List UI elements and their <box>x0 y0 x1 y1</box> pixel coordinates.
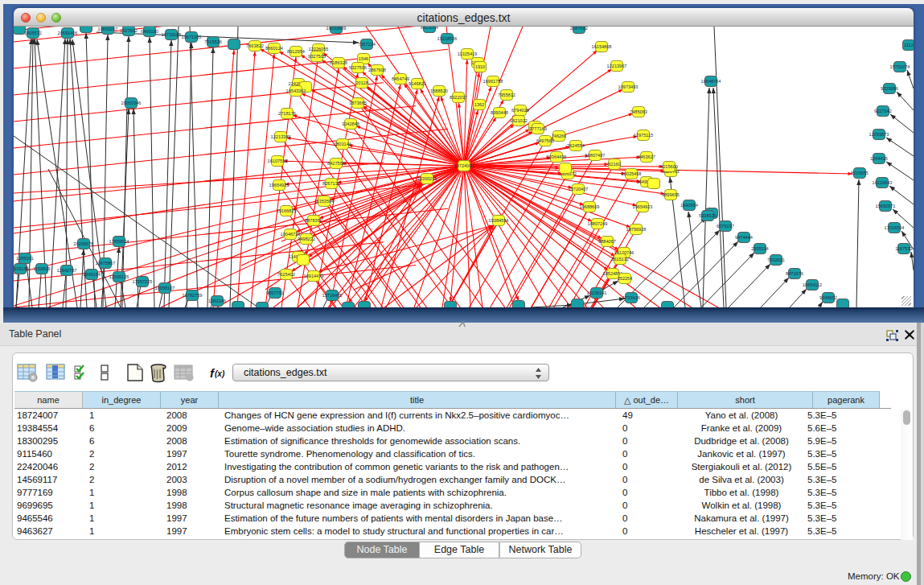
svg-text:6794028: 6794028 <box>511 108 529 113</box>
svg-text:16154808: 16154808 <box>592 44 612 49</box>
svg-text:1588520: 1588520 <box>430 89 448 93</box>
svg-text:(x): (x) <box>215 369 225 378</box>
svg-text:10958107: 10958107 <box>155 286 175 290</box>
svg-text:18724007: 18724007 <box>454 163 474 168</box>
svg-text:16107553: 16107553 <box>268 159 288 163</box>
svg-text:10654112: 10654112 <box>803 282 822 287</box>
svg-text:7357224: 7357224 <box>358 42 376 47</box>
svg-text:6466160: 6466160 <box>141 29 158 34</box>
svg-text:10719185: 10719185 <box>162 32 182 37</box>
svg-text:9227342: 9227342 <box>874 109 892 113</box>
svg-text:8912954: 8912954 <box>287 49 305 54</box>
svg-text:12975115: 12975115 <box>634 133 653 138</box>
svg-text:2803144: 2803144 <box>334 142 351 146</box>
svg-text:12213967: 12213967 <box>607 64 627 68</box>
svg-text:2087682: 2087682 <box>570 27 588 31</box>
svg-text:6579197: 6579197 <box>717 224 734 229</box>
svg-text:16543362: 16543362 <box>286 89 306 93</box>
svg-text:15300215: 15300215 <box>417 176 437 181</box>
svg-text:16782759: 16782759 <box>183 293 203 298</box>
svg-text:9215600: 9215600 <box>660 164 678 169</box>
svg-text:10653267: 10653267 <box>98 27 118 31</box>
svg-text:19654925: 19654925 <box>269 183 290 187</box>
svg-text:252254: 252254 <box>618 276 633 281</box>
svg-text:10807487: 10807487 <box>585 153 606 158</box>
svg-text:17957225: 17957225 <box>133 279 153 284</box>
svg-text:9146821: 9146821 <box>409 81 426 86</box>
svg-text:11325419: 11325419 <box>458 51 477 56</box>
svg-text:5938929: 5938929 <box>699 213 717 218</box>
svg-text:20364436: 20364436 <box>547 154 567 159</box>
svg-text:1733426: 1733426 <box>622 295 640 300</box>
svg-text:1112: 1112 <box>904 43 914 47</box>
svg-text:8267130: 8267130 <box>322 181 340 186</box>
svg-text:62160: 62160 <box>608 162 621 167</box>
svg-text:12505135: 12505135 <box>109 274 129 279</box>
svg-text:3873685: 3873685 <box>349 101 367 105</box>
svg-text:8660124: 8660124 <box>265 46 283 51</box>
svg-text:10975867: 10975867 <box>96 261 116 266</box>
svg-text:9474444: 9474444 <box>735 235 753 240</box>
svg-text:1615132: 1615132 <box>611 257 629 262</box>
svg-text:20206576: 20206576 <box>74 241 94 246</box>
svg-text:16961758: 16961758 <box>483 79 503 84</box>
svg-text:7955812: 7955812 <box>498 93 515 97</box>
svg-text:8215955: 8215955 <box>851 171 869 175</box>
svg-text:2939154: 2939154 <box>14 266 29 271</box>
svg-text:1167533: 1167533 <box>895 246 912 251</box>
svg-text:20691406: 20691406 <box>58 31 78 35</box>
svg-text:1362: 1362 <box>474 102 484 107</box>
svg-text:8990448: 8990448 <box>491 110 508 115</box>
svg-text:19384554: 19384554 <box>489 218 509 223</box>
svg-text:9245652: 9245652 <box>819 295 837 300</box>
svg-text:1244415: 1244415 <box>870 156 888 161</box>
svg-text:8454749: 8454749 <box>392 76 409 81</box>
svg-text:9899695: 9899695 <box>662 192 680 197</box>
svg-text:2718176: 2718176 <box>278 111 296 116</box>
svg-text:9657791: 9657791 <box>266 290 284 295</box>
svg-text:19654923: 19654923 <box>633 204 653 209</box>
svg-text:8186328: 8186328 <box>330 60 347 65</box>
svg-text:20053346: 20053346 <box>121 101 142 105</box>
svg-text:8322037: 8322037 <box>450 95 467 100</box>
svg-text:15751074: 15751074 <box>890 64 910 69</box>
svg-text:20128: 20128 <box>355 80 368 85</box>
svg-text:1092346: 1092346 <box>208 299 226 303</box>
svg-text:2935114: 2935114 <box>751 246 768 251</box>
svg-text:17016504: 17016504 <box>885 225 905 230</box>
svg-text:10973493: 10973493 <box>618 84 639 89</box>
svg-text:9329966: 9329966 <box>881 86 898 91</box>
svg-text:3242848: 3242848 <box>342 122 359 126</box>
svg-text:8471676: 8471676 <box>786 271 803 276</box>
svg-text:7515526: 7515526 <box>204 39 222 44</box>
svg-text:2867608: 2867608 <box>368 68 386 72</box>
svg-text:12093873: 12093873 <box>869 132 889 137</box>
svg-text:1527602: 1527602 <box>120 28 138 33</box>
svg-text:9884067: 9884067 <box>598 239 616 244</box>
svg-text:19166825: 19166825 <box>277 208 297 213</box>
svg-text:15716485: 15716485 <box>322 293 343 298</box>
svg-text:6497568: 6497568 <box>536 138 554 143</box>
svg-text:8813054: 8813054 <box>421 27 438 30</box>
svg-text:19756928: 19756928 <box>626 227 647 232</box>
svg-text:1910: 1910 <box>475 64 485 69</box>
svg-text:1345154: 1345154 <box>83 272 101 277</box>
svg-text:3498222: 3498222 <box>298 237 315 241</box>
svg-text:3624554: 3624554 <box>567 143 585 148</box>
svg-text:10688609: 10688609 <box>580 204 600 209</box>
svg-text:7663822: 7663822 <box>246 43 264 48</box>
svg-text:18807249: 18807249 <box>588 221 608 226</box>
svg-text:16210643: 16210643 <box>873 180 893 185</box>
svg-text:15136141: 15136141 <box>587 290 607 295</box>
svg-text:1640954: 1640954 <box>680 203 698 208</box>
svg-text:7632621: 7632621 <box>767 257 785 262</box>
svg-text:15692971: 15692971 <box>876 204 896 208</box>
svg-text:9463627: 9463627 <box>638 154 655 159</box>
svg-text:9777169: 9777169 <box>529 126 547 131</box>
svg-text:7485063: 7485063 <box>630 109 647 114</box>
svg-text:8878352: 8878352 <box>305 218 322 223</box>
svg-text:12213389: 12213389 <box>271 134 291 139</box>
svg-text:1405572: 1405572 <box>24 31 42 35</box>
svg-text:10671385: 10671385 <box>182 35 202 39</box>
svg-text:9327505: 9327505 <box>308 54 326 59</box>
